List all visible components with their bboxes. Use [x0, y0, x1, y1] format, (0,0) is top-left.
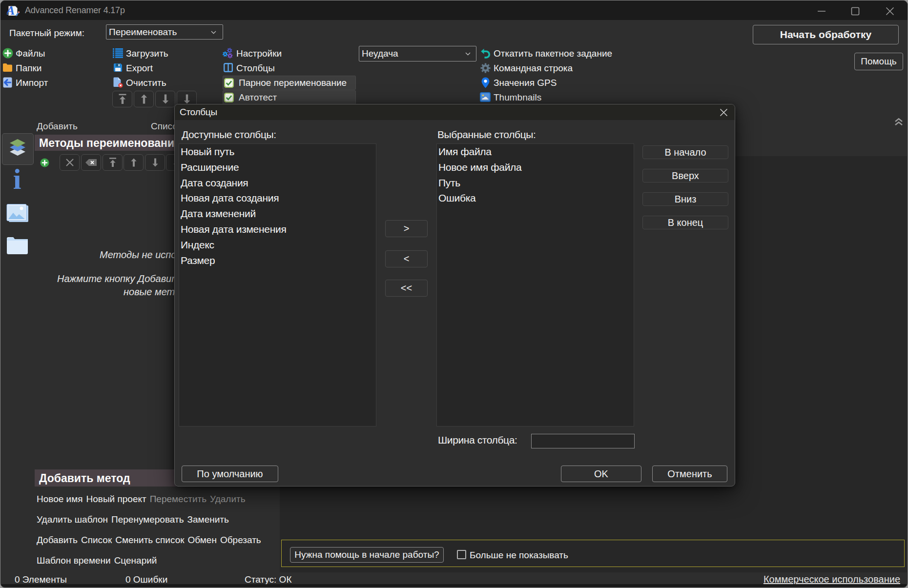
svg-text:A: A [7, 4, 15, 18]
